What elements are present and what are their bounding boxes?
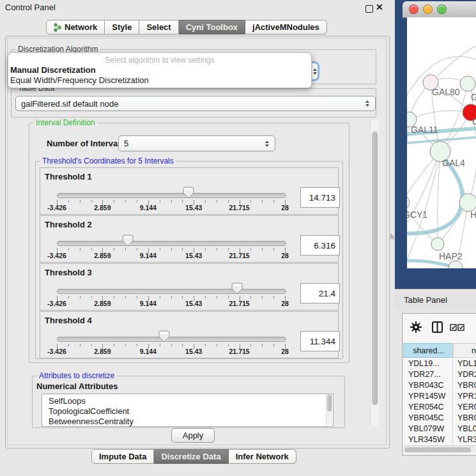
- cell-name[interactable]: YDL1: [454, 359, 476, 368]
- checkbox-icon[interactable]: [450, 324, 457, 331]
- cell-shared-name[interactable]: YPR145W: [403, 392, 454, 401]
- apply-button[interactable]: Apply: [171, 428, 215, 443]
- column-header-shared[interactable]: shared...: [403, 343, 454, 358]
- tab-jactivemnodules[interactable]: jActiveMNodules: [245, 20, 327, 35]
- slider-thumb[interactable]: [231, 282, 243, 297]
- table-row[interactable]: YBR043CYBR0: [403, 380, 476, 390]
- number-of-intervals-value: 5: [124, 139, 128, 148]
- gear-icon[interactable]: [410, 321, 422, 333]
- cell-shared-name[interactable]: YBR045C: [403, 413, 454, 422]
- tick-mark: [250, 296, 251, 298]
- table-horizontal-scrollbar[interactable]: [403, 445, 476, 453]
- attributes-scrollbar-thumb[interactable]: [327, 395, 332, 411]
- tick-mark: [68, 248, 69, 250]
- cell-shared-name[interactable]: YLR345W: [403, 435, 454, 444]
- settings-scrollbar-thumb[interactable]: [372, 132, 378, 405]
- cell-name[interactable]: YPR1: [454, 392, 476, 401]
- tick-mark: [205, 344, 206, 346]
- slider-track[interactable]: [57, 289, 286, 294]
- slider-thumb[interactable]: [158, 330, 170, 345]
- table-hscrollbar-thumb[interactable]: [404, 447, 471, 452]
- tick-mark: [114, 296, 114, 298]
- tab-style[interactable]: Style: [105, 20, 139, 35]
- attributes-scrollbar[interactable]: [326, 394, 332, 425]
- tab-cyni-toolbox[interactable]: Cyni Toolbox: [179, 20, 245, 35]
- slider-thumb[interactable]: [122, 234, 134, 249]
- table-row[interactable]: YPR145WYPR1: [403, 390, 476, 401]
- tick-mark: [160, 248, 160, 250]
- settings-scrollbar[interactable]: [370, 120, 379, 426]
- table-row[interactable]: YBR045CYBR0: [403, 412, 476, 423]
- svg-text:GCY1: GCY1: [407, 210, 427, 220]
- tick-label: 9.144: [140, 204, 157, 211]
- tab-discretize-data[interactable]: Discretize Data: [154, 449, 228, 464]
- thresholds-group-label: Threshold's Coordinates for 5 Intervals: [40, 157, 176, 165]
- column-header-name[interactable]: n: [453, 343, 476, 358]
- float-panel-icon[interactable]: [365, 5, 373, 13]
- slider-thumb[interactable]: [183, 187, 194, 201]
- zoom-window-icon[interactable]: [437, 4, 447, 14]
- threshold-title: Threshold 3: [45, 268, 92, 277]
- slider-track[interactable]: [57, 337, 286, 342]
- table-row[interactable]: YLR345WYLR3: [403, 434, 476, 445]
- table-data-combobox[interactable]: galFiltered.sif default node: [15, 96, 376, 111]
- threshold-value-field[interactable]: 6.316: [300, 235, 340, 256]
- attribute-item[interactable]: TopologicalCoefficient: [42, 406, 333, 417]
- tick-mark: [182, 296, 183, 298]
- threshold-value-field[interactable]: 11.344: [300, 331, 340, 351]
- cell-name[interactable]: YER0: [454, 403, 476, 411]
- svg-text:G: G: [471, 92, 476, 102]
- cell-name[interactable]: YBR0: [454, 413, 476, 422]
- svg-text:HAP2: HAP2: [439, 251, 463, 261]
- attribute-item[interactable]: SelfLoops: [42, 394, 333, 406]
- tick-mark: [114, 248, 114, 250]
- attribute-item[interactable]: BetweennessCentrality: [42, 417, 333, 427]
- slider-track[interactable]: [57, 193, 286, 198]
- cell-shared-name[interactable]: YDL19...: [403, 359, 454, 368]
- tick-mark: [262, 200, 263, 203]
- minimize-window-icon[interactable]: [423, 4, 433, 14]
- cell-name[interactable]: YBR0: [454, 381, 476, 390]
- numerical-attributes-list[interactable]: SelfLoopsTopologicalCoefficientBetweenne…: [42, 394, 334, 427]
- column-split-icon[interactable]: [432, 321, 443, 333]
- threshold-value-field[interactable]: 21.4: [300, 283, 340, 303]
- tick-mark: [137, 200, 137, 203]
- tick-mark: [250, 344, 251, 346]
- table-row[interactable]: YDR27...YDR2: [403, 369, 476, 380]
- option-equal-width-frequency[interactable]: Equal Width/Frequency Discretization: [10, 75, 149, 85]
- tick-mark: [171, 248, 172, 250]
- cell-shared-name[interactable]: YBL079W: [403, 424, 454, 433]
- numerical-attributes-label: Numerical Attributes: [36, 381, 118, 391]
- tab-impute-data[interactable]: Impute Data: [91, 449, 154, 464]
- table-row[interactable]: YBL079WYBL0: [403, 423, 476, 434]
- cell-name[interactable]: YDR2: [454, 370, 476, 379]
- checkbox-icon[interactable]: [457, 324, 464, 331]
- cell-shared-name[interactable]: YDR27...: [403, 370, 454, 379]
- threshold-title: Threshold 2: [45, 220, 92, 229]
- close-panel-icon[interactable]: ✕: [376, 2, 383, 12]
- tick-mark: [137, 248, 137, 250]
- number-of-intervals-combobox[interactable]: 5: [118, 135, 275, 151]
- network-window-titlebar[interactable]: [403, 1, 476, 18]
- table-row[interactable]: YDL19...YDL1: [403, 358, 476, 369]
- tick-mark: [205, 248, 206, 250]
- slider-track[interactable]: [57, 241, 286, 246]
- close-window-icon[interactable]: [409, 4, 418, 14]
- tab-network[interactable]: Network: [46, 20, 105, 35]
- option-manual-discretization[interactable]: Manual Discretization: [10, 65, 96, 75]
- table-row[interactable]: YER054CYER0: [403, 401, 476, 412]
- tick-mark: [273, 248, 274, 250]
- tab-select[interactable]: Select: [139, 20, 178, 35]
- network-canvas[interactable]: GAL80GCGAL11GAL4GCY1HHAP2: [407, 17, 476, 268]
- cell-name[interactable]: YLR3: [454, 435, 476, 444]
- interval-definition-label: Interval Definition: [33, 119, 98, 127]
- tab-infer-network[interactable]: Infer Network: [229, 449, 296, 464]
- tick-mark: [217, 200, 217, 203]
- cell-name[interactable]: YBL0: [454, 424, 476, 433]
- threshold-value-field[interactable]: 14.713: [300, 187, 340, 208]
- cell-shared-name[interactable]: YER054C: [403, 403, 454, 411]
- svg-text:GAL80: GAL80: [432, 87, 460, 97]
- cell-shared-name[interactable]: YBR043C: [403, 381, 454, 390]
- tick-mark: [262, 344, 263, 346]
- popup-hint-text: Select algorithm to view settings: [8, 56, 311, 65]
